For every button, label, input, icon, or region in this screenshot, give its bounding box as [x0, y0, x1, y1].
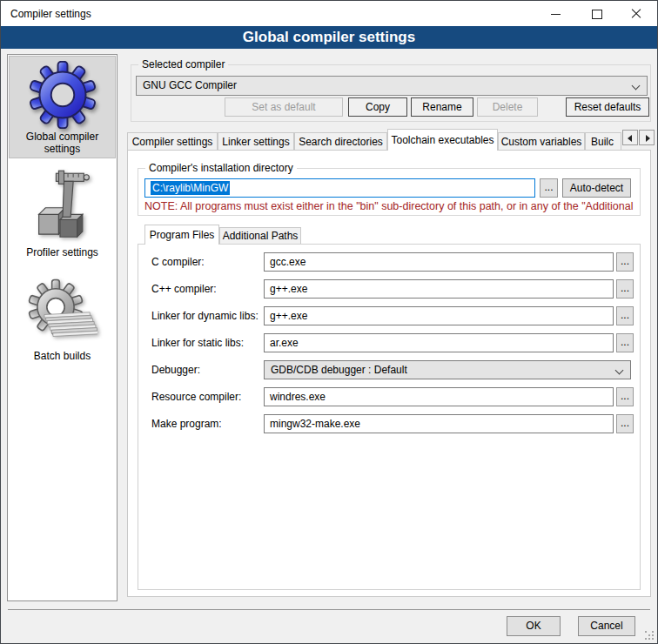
debugger-value: GDB/CDB debugger : Default [271, 364, 407, 376]
footer-divider [8, 609, 650, 610]
static-linker-value: ar.exe [270, 337, 299, 349]
dynamic-linker-label: Linker for dynamic libs: [151, 306, 261, 325]
installation-note: NOTE: All programs must exist either in … [144, 200, 638, 212]
maximize-icon[interactable] [576, 1, 616, 26]
sidebar-item-label: Batch builds [9, 348, 116, 362]
sidebar-item-batch-builds[interactable]: Batch builds [9, 277, 116, 372]
cancel-button[interactable]: Cancel [578, 616, 635, 636]
static-linker-input[interactable]: ar.exe [264, 333, 614, 352]
make-program-input[interactable]: mingw32-make.exe [264, 414, 614, 433]
resource-compiler-label: Resource compiler: [151, 387, 261, 406]
tab-scroll-right-button[interactable] [639, 130, 655, 145]
close-icon[interactable] [616, 1, 657, 26]
dynamic-linker-browse-button[interactable]: ... [616, 306, 634, 325]
tab-custom-variables[interactable]: Custom variables [498, 132, 585, 150]
cpp-compiler-input[interactable]: g++.exe [264, 279, 614, 299]
reset-defaults-button[interactable]: Reset defaults [566, 97, 649, 117]
tab-compiler-settings[interactable]: Compiler settings [127, 132, 218, 150]
arrow-right-icon [646, 135, 650, 142]
resize-grip-icon[interactable] [644, 630, 656, 642]
installation-directory-legend: Compiler's installation directory [145, 162, 297, 175]
blue-gear-icon [29, 61, 97, 129]
tab-build-options[interactable]: Builc [585, 132, 621, 150]
selected-compiler-dropdown[interactable]: GNU GCC Compiler [136, 76, 648, 96]
static-linker-browse-button[interactable]: ... [616, 333, 634, 352]
tab-scroll-left-button[interactable] [622, 130, 638, 145]
c-compiler-value: gcc.exe [270, 256, 306, 268]
c-compiler-label: C compiler: [151, 252, 261, 272]
rename-button[interactable]: Rename [411, 97, 473, 117]
installation-directory-value: C:\raylib\MinGW [151, 181, 230, 195]
tab-linker-settings[interactable]: Linker settings [218, 132, 294, 150]
copy-button[interactable]: Copy [348, 97, 407, 117]
subtab-additional-paths[interactable]: Additional Paths [219, 227, 301, 244]
window-title: Compiler settings [10, 2, 91, 27]
chevron-down-icon [632, 82, 641, 91]
selected-compiler-value: GNU GCC Compiler [143, 79, 237, 91]
c-compiler-input[interactable]: gcc.exe [264, 252, 614, 272]
resource-compiler-input[interactable]: windres.exe [264, 387, 614, 406]
subtab-program-files[interactable]: Program Files [144, 225, 219, 245]
chevron-down-icon [615, 366, 624, 375]
sidebar-item-profiler-settings[interactable]: Profiler settings [9, 170, 116, 261]
debugger-label: Debugger: [151, 360, 261, 379]
dynamic-linker-value: g++.exe [270, 310, 307, 322]
resource-compiler-value: windres.exe [270, 391, 326, 403]
resource-compiler-browse-button[interactable]: ... [616, 387, 634, 406]
static-linker-label: Linker for static libs: [151, 333, 261, 352]
tab-toolchain-executables[interactable]: Toolchain executables [387, 129, 498, 151]
delete-button[interactable]: Delete [477, 97, 538, 117]
ok-button[interactable]: OK [507, 616, 561, 636]
c-compiler-browse-button[interactable]: ... [616, 252, 634, 272]
page-title: Global compiler settings [1, 26, 657, 49]
cpp-compiler-label: C++ compiler: [151, 279, 261, 299]
installation-directory-input[interactable]: C:\raylib\MinGW [144, 178, 535, 198]
make-program-value: mingw32-make.exe [270, 418, 360, 430]
auto-detect-button[interactable]: Auto-detect [562, 178, 631, 198]
sidebar-item-label: Profiler settings [9, 245, 116, 258]
installation-directory-browse-button[interactable]: ... [540, 178, 558, 198]
cpp-compiler-browse-button[interactable]: ... [616, 279, 634, 299]
sidebar-item-label: Global compiler settings [10, 129, 115, 155]
minimize-icon[interactable] [536, 1, 576, 26]
arrow-left-icon [628, 135, 632, 142]
sidebar-item-global-compiler-settings[interactable]: Global compiler settings [9, 56, 116, 158]
make-program-label: Make program: [151, 414, 261, 433]
set-as-default-button[interactable]: Set as default [225, 97, 343, 117]
cpp-compiler-value: g++.exe [270, 283, 307, 295]
gray-gear-stack-icon [28, 277, 97, 348]
tab-search-directories[interactable]: Search directories [294, 132, 387, 150]
caliper-icon [30, 170, 96, 245]
settings-sidebar: Global compiler settings [7, 54, 118, 601]
debugger-dropdown[interactable]: GDB/CDB debugger : Default [264, 360, 631, 379]
selected-compiler-legend: Selected compiler [138, 58, 228, 71]
make-program-browse-button[interactable]: ... [616, 414, 634, 433]
dynamic-linker-input[interactable]: g++.exe [264, 306, 614, 325]
compiler-settings-dialog: Compiler settings Global compiler settin… [0, 0, 658, 644]
